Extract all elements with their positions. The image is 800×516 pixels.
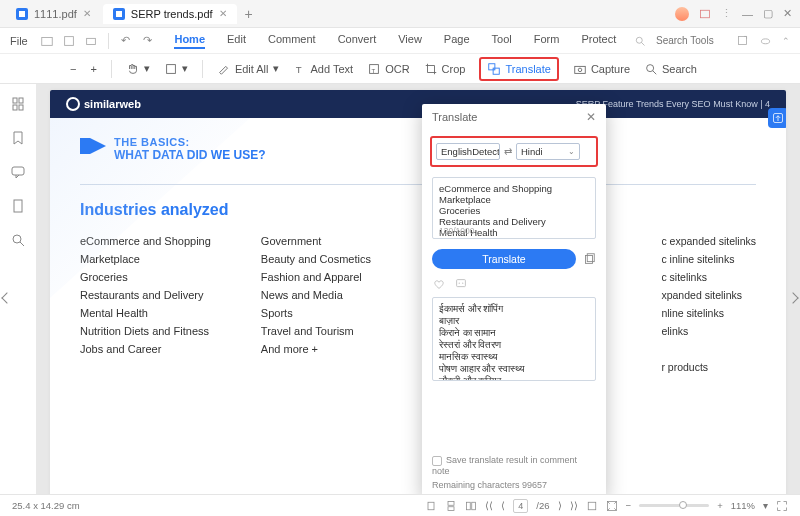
menu-home[interactable]: Home (174, 33, 205, 49)
close-panel-icon[interactable]: ✕ (586, 110, 596, 124)
menu-comment[interactable]: Comment (268, 33, 316, 49)
swap-languages-icon[interactable]: ⇄ (504, 146, 512, 157)
undo-icon[interactable]: ↶ (119, 34, 133, 48)
menu-convert[interactable]: Convert (338, 33, 377, 49)
industries-col-1: eCommerce and Shopping Marketplace Groce… (80, 235, 211, 373)
maximize-button[interactable]: ▢ (763, 7, 773, 20)
output-line: नौकरी और करियर (439, 375, 589, 381)
copy-icon[interactable] (582, 252, 596, 266)
crop-button[interactable]: Crop (424, 62, 466, 76)
collapse-ribbon-icon[interactable]: ⌃ (782, 36, 790, 46)
translate-input[interactable]: eCommerce and Shopping Marketplace Groce… (432, 177, 596, 239)
list-item: c sitelinks (661, 271, 756, 283)
target-language-select[interactable]: Hindi⌄ (516, 143, 580, 160)
tab-1111[interactable]: 1111.pdf ✕ (6, 4, 101, 24)
print-icon[interactable] (84, 34, 98, 48)
avatar[interactable] (675, 7, 689, 21)
view-single-icon[interactable] (425, 500, 437, 512)
cloud-icon[interactable] (759, 34, 772, 47)
capture-button[interactable]: Capture (573, 62, 630, 76)
zoom-slider[interactable] (639, 504, 709, 507)
view-two-page-icon[interactable] (465, 500, 477, 512)
zoom-out-icon[interactable]: − (626, 500, 632, 511)
pdf-page: similarweb SERP Feature Trends Every SEO… (50, 90, 786, 498)
notification-icon[interactable] (699, 8, 711, 20)
menu-view[interactable]: View (398, 33, 422, 49)
menu-tool[interactable]: Tool (492, 33, 512, 49)
attachment-icon[interactable] (10, 198, 26, 214)
tab-serp-trends[interactable]: SERP trends.pdf ✕ (103, 4, 237, 24)
view-continuous-icon[interactable] (445, 500, 457, 512)
zoom-out-button[interactable]: − (70, 63, 76, 75)
svg-rect-10 (738, 36, 746, 44)
close-icon[interactable]: ✕ (219, 8, 227, 19)
new-tab-button[interactable]: + (239, 4, 259, 24)
menu-edit[interactable]: Edit (227, 33, 246, 49)
list-item: nline sitelinks (661, 307, 756, 319)
page-number-input[interactable]: 4 (513, 499, 528, 513)
next-page-arrow[interactable] (787, 292, 798, 303)
comment-icon[interactable] (10, 164, 26, 180)
feedback-icon[interactable] (454, 277, 468, 291)
file-menu[interactable]: File (10, 35, 28, 47)
thumbnails-icon[interactable] (10, 96, 26, 112)
minimize-button[interactable]: — (742, 8, 753, 20)
svg-point-35 (462, 283, 463, 284)
menu-protect[interactable]: Protect (581, 33, 616, 49)
translate-output[interactable]: ईकामर्स और शॉपिंग बाज़ार किराने का सामान… (432, 297, 596, 381)
redo-icon[interactable]: ↷ (141, 34, 155, 48)
save-note-checkbox[interactable] (432, 456, 442, 466)
share-icon[interactable] (736, 34, 749, 47)
open-icon[interactable] (40, 34, 54, 48)
close-icon[interactable]: ✕ (83, 8, 91, 19)
svg-line-21 (653, 70, 657, 74)
svg-point-20 (647, 64, 654, 71)
translate-title: Translate (432, 111, 477, 123)
ocr-button[interactable]: TOCR (367, 62, 409, 76)
search-panel-icon[interactable] (10, 232, 26, 248)
menu-page[interactable]: Page (444, 33, 470, 49)
next-page-button[interactable]: ⟩ (558, 500, 562, 511)
fullscreen-icon[interactable] (776, 500, 788, 512)
menubar-tabs: Home Edit Comment Convert View Page Tool… (174, 33, 616, 49)
select-tool[interactable]: ▾ (164, 62, 188, 76)
svg-rect-32 (587, 254, 594, 262)
translate-run-button[interactable]: Translate (432, 249, 576, 269)
statusbar: 25.4 x 14.29 cm ⟨⟨ ⟨ 4 /26 ⟩ ⟩⟩ − + 111%… (0, 494, 800, 516)
kebab-icon[interactable]: ⋮ (721, 7, 732, 20)
source-language-select[interactable]: EnglishDetect⌄ (436, 143, 500, 160)
translate-button[interactable]: Translate (479, 57, 558, 81)
arrow-bullet-icon (90, 138, 106, 154)
close-window-button[interactable]: ✕ (783, 7, 792, 20)
fit-page-icon[interactable] (606, 500, 618, 512)
zoom-dropdown[interactable]: ▾ (763, 500, 768, 511)
section-heading: Industries analyzed (80, 201, 756, 219)
svg-rect-27 (14, 200, 22, 212)
svg-rect-38 (448, 506, 454, 510)
search-tools-input[interactable] (656, 35, 726, 46)
search-button[interactable]: Search (644, 62, 697, 76)
last-page-button[interactable]: ⟩⟩ (570, 500, 578, 511)
hand-tool[interactable]: ▾ (126, 62, 150, 76)
bookmark-icon[interactable] (10, 130, 26, 146)
svg-rect-18 (575, 66, 586, 73)
zoom-in-icon[interactable]: + (717, 500, 723, 511)
input-line: eCommerce and Shopping (439, 183, 589, 194)
input-line: Marketplace (439, 194, 589, 205)
like-icon[interactable] (432, 277, 446, 291)
save-icon[interactable] (62, 34, 76, 48)
add-text-button[interactable]: TAdd Text (293, 62, 354, 76)
svg-rect-36 (428, 502, 434, 510)
prev-page-button[interactable]: ⟨ (501, 500, 505, 511)
svg-rect-5 (41, 37, 52, 45)
search-icon (634, 35, 646, 47)
language-selectors: EnglishDetect⌄ ⇄ Hindi⌄ (430, 136, 598, 167)
svg-rect-6 (64, 36, 73, 45)
zoom-in-button[interactable]: + (90, 63, 96, 75)
list-item: Groceries (80, 271, 211, 283)
svg-rect-39 (467, 502, 471, 510)
menu-form[interactable]: Form (534, 33, 560, 49)
fit-width-icon[interactable] (586, 500, 598, 512)
edit-all-button[interactable]: Edit All▾ (217, 62, 279, 76)
first-page-button[interactable]: ⟨⟨ (485, 500, 493, 511)
